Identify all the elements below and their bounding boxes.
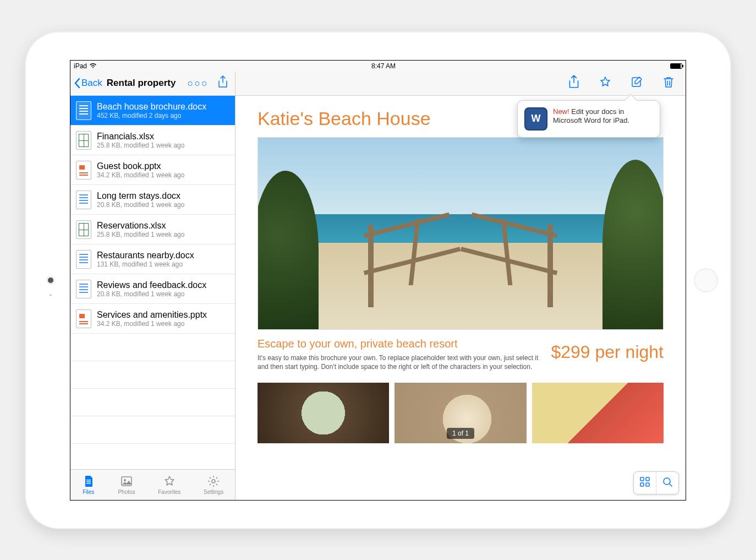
tab-favorites-label: Favorites bbox=[158, 489, 180, 495]
file-name: Restaurants nearby.docx bbox=[97, 251, 229, 260]
file-name: Reservations.xlsx bbox=[97, 221, 229, 231]
status-bar: iPad 8:47 AM bbox=[70, 61, 686, 72]
file-name: Long term stays.docx bbox=[97, 191, 229, 201]
file-meta: 25.8 KB, modified 1 week ago bbox=[97, 142, 229, 149]
ppt-file-icon bbox=[76, 309, 91, 328]
price-label: $299 per night bbox=[551, 338, 664, 362]
file-meta: 131 KB, modified 1 week ago bbox=[97, 260, 229, 268]
file-browser-panel: Back Rental property ○○○ Beach house bro… bbox=[70, 72, 235, 500]
edit-button[interactable] bbox=[631, 75, 644, 91]
wifi-icon bbox=[89, 62, 97, 70]
favorite-button[interactable] bbox=[599, 75, 612, 91]
clock: 8:47 AM bbox=[371, 62, 396, 70]
file-name: Financials.xlsx bbox=[97, 132, 229, 142]
tab-photos[interactable]: Photos bbox=[118, 475, 135, 495]
thumbnail-image: 1 of 1 bbox=[395, 383, 526, 443]
empty-row bbox=[70, 361, 235, 389]
tab-settings-label: Settings bbox=[204, 489, 223, 495]
camera-dot bbox=[48, 278, 53, 283]
svg-rect-7 bbox=[646, 483, 649, 486]
empty-row bbox=[70, 416, 235, 444]
upload-button[interactable] bbox=[214, 75, 232, 91]
sensor-dot bbox=[50, 294, 52, 296]
home-button[interactable] bbox=[694, 268, 718, 292]
page-indicator: 1 of 1 bbox=[447, 428, 474, 439]
file-browser-header: Back Rental property ○○○ bbox=[70, 72, 235, 96]
battery-icon bbox=[670, 63, 682, 69]
doc-file-icon bbox=[76, 280, 91, 298]
tab-files[interactable]: Files bbox=[82, 475, 95, 495]
folder-title: Rental property bbox=[107, 78, 176, 89]
file-list[interactable]: Beach house brochure.docx452 KB, modifie… bbox=[70, 96, 235, 469]
empty-row bbox=[70, 389, 235, 416]
empty-row bbox=[70, 334, 235, 361]
tab-favorites[interactable]: Favorites bbox=[158, 475, 180, 495]
file-item[interactable]: Beach house brochure.docx452 KB, modifie… bbox=[70, 96, 235, 126]
xls-file-icon bbox=[76, 131, 91, 150]
tab-settings[interactable]: Settings bbox=[204, 475, 223, 495]
view-controls bbox=[633, 471, 679, 494]
popover-new-label: New! bbox=[553, 107, 569, 116]
file-name: Beach house brochure.docx bbox=[97, 102, 229, 112]
file-meta: 34.2 KB, modified 1 week ago bbox=[97, 171, 229, 179]
tab-bar: Files Photos Favorites Settings bbox=[70, 469, 235, 500]
carrier-label: iPad bbox=[74, 62, 87, 70]
file-item[interactable]: Financials.xlsx25.8 KB, modified 1 week … bbox=[70, 126, 235, 155]
back-label: Back bbox=[81, 78, 102, 89]
word-app-icon: W bbox=[524, 107, 547, 131]
svg-rect-5 bbox=[646, 477, 649, 481]
xls-file-icon bbox=[76, 220, 91, 239]
svg-rect-6 bbox=[640, 483, 644, 486]
svg-rect-4 bbox=[640, 477, 644, 481]
document-view[interactable]: Katie's Beach House Escape to your own, … bbox=[235, 96, 686, 500]
thumbnail-image bbox=[258, 383, 389, 443]
doc-file-icon bbox=[76, 250, 91, 269]
ipad-frame: iPad 8:47 AM Back Rental property bbox=[26, 32, 730, 528]
grid-view-button[interactable] bbox=[634, 472, 656, 494]
search-button[interactable] bbox=[656, 472, 678, 494]
svg-point-1 bbox=[124, 479, 126, 481]
file-name: Reviews and feedback.docx bbox=[97, 280, 229, 290]
document-toolbar: W New! Edit your docs in Microsoft Word … bbox=[235, 72, 686, 96]
document-panel: W New! Edit your docs in Microsoft Word … bbox=[235, 72, 686, 500]
svg-point-8 bbox=[664, 478, 670, 485]
popover-text: New! Edit your docs in Microsoft Word fo… bbox=[553, 107, 653, 126]
share-button[interactable] bbox=[568, 75, 580, 91]
back-button[interactable]: Back bbox=[74, 78, 102, 89]
ppt-file-icon bbox=[76, 161, 91, 180]
file-item[interactable]: Reviews and feedback.docx20.8 KB, modifi… bbox=[70, 274, 235, 304]
thumbnail-row: 1 of 1 bbox=[258, 383, 664, 443]
file-meta: 25.8 KB, modified 1 week ago bbox=[97, 231, 229, 238]
word-popover[interactable]: W New! Edit your docs in Microsoft Word … bbox=[517, 100, 660, 138]
delete-button[interactable] bbox=[662, 75, 675, 91]
svg-point-2 bbox=[212, 480, 215, 483]
doc-file-icon bbox=[76, 101, 91, 120]
file-name: Guest book.pptx bbox=[97, 161, 229, 171]
file-item[interactable]: Long term stays.docx20.8 KB, modified 1 … bbox=[70, 185, 235, 215]
document-subtitle: Escape to your own, private beach resort bbox=[258, 338, 540, 350]
file-item[interactable]: Services and amenities.pptx34.2 KB, modi… bbox=[70, 304, 235, 334]
file-item[interactable]: Reservations.xlsx25.8 KB, modified 1 wee… bbox=[70, 215, 235, 244]
file-item[interactable]: Restaurants nearby.docx131 KB, modified … bbox=[70, 244, 235, 274]
file-meta: 20.8 KB, modified 1 week ago bbox=[97, 290, 229, 298]
file-item[interactable]: Guest book.pptx34.2 KB, modified 1 week … bbox=[70, 155, 235, 185]
file-meta: 34.2 KB, modified 1 week ago bbox=[97, 320, 229, 328]
tab-files-label: Files bbox=[83, 489, 94, 495]
tab-photos-label: Photos bbox=[118, 489, 135, 495]
hero-image bbox=[258, 137, 664, 330]
more-options-button[interactable]: ○○○ bbox=[184, 78, 212, 89]
screen: iPad 8:47 AM Back Rental property bbox=[70, 60, 686, 501]
thumbnail-image bbox=[532, 383, 664, 443]
document-body: It's easy to make this brochure your own… bbox=[258, 354, 540, 372]
file-name: Services and amenities.pptx bbox=[97, 310, 229, 320]
file-meta: 452 KB, modified 2 days ago bbox=[97, 112, 229, 119]
doc-file-icon bbox=[76, 191, 91, 209]
file-meta: 20.8 KB, modified 1 week ago bbox=[97, 201, 229, 209]
